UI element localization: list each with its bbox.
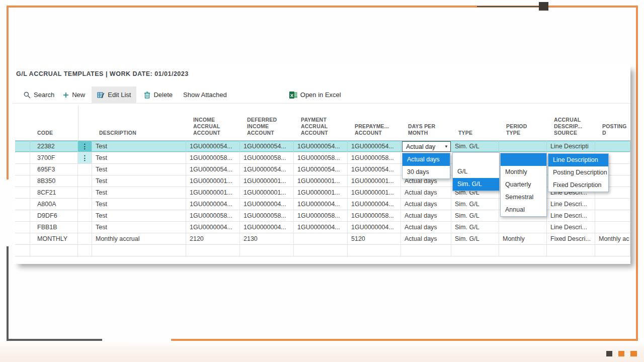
cell-income[interactable]: 1GU0000004... [186, 222, 240, 233]
cell-days[interactable]: Actual days [401, 233, 451, 244]
cell-desc[interactable]: Test [92, 152, 186, 163]
cell-income[interactable]: 1GU0000058... [186, 152, 240, 163]
cell-deferred[interactable]: 1GU0000004... [240, 199, 294, 210]
cell-prepay[interactable]: 1GU0000054... [348, 141, 401, 152]
new-button[interactable]: New [62, 86, 86, 104]
column-header-code[interactable]: CODE [30, 130, 78, 140]
cell-source[interactable]: Line Descri... [547, 210, 595, 221]
dropdown-option[interactable]: Sim. G/L [453, 178, 499, 191]
cell-deferred[interactable]: 1GU0000001... [240, 175, 294, 187]
cell-prepay[interactable] [348, 245, 401, 256]
dropdown-option[interactable]: Posting Description [548, 166, 608, 179]
cell-desc[interactable]: Monthly accrual [92, 233, 186, 244]
row-options-icon[interactable] [78, 233, 92, 244]
cell-type[interactable]: Sim. G/L [451, 233, 499, 244]
cell-payment[interactable]: 1GU0000001... [294, 175, 348, 187]
cell-prepay[interactable]: 1GU0000058... [348, 152, 401, 163]
column-header-deferred[interactable]: DEFERRED INCOME ACCOUNT [240, 117, 294, 140]
cell-period[interactable]: Monthly [499, 233, 547, 244]
cell-payment[interactable]: 1GU0000004... [294, 222, 348, 233]
cell-sel[interactable] [15, 164, 30, 175]
row-options-icon[interactable] [78, 245, 92, 256]
cell-payment[interactable]: 1GU0000058... [294, 152, 348, 163]
cell-period[interactable] [499, 222, 547, 233]
column-header-days[interactable]: DAYS PER MONTH [401, 123, 451, 140]
cell-source[interactable]: Fixed Descri... [547, 233, 595, 244]
cell-type[interactable] [451, 245, 499, 256]
cell-posting[interactable]: Monthly ac [595, 233, 630, 244]
column-header-payment[interactable]: PAYMENT ACCRUAL ACCOUNT [294, 117, 348, 140]
cell-days[interactable]: Actual days [401, 187, 451, 198]
cell-payment[interactable]: 1GU0000004... [294, 199, 348, 210]
cell-income[interactable]: 1GU0000004... [186, 199, 240, 210]
cell-prepay[interactable]: 1GU0000004... [348, 222, 401, 233]
cell-prepay[interactable]: 1GU0000054... [348, 164, 401, 175]
table-row[interactable]: 22382⋮Test1GU0000054...1GU0000054...1GU0… [15, 141, 630, 152]
cell-sel[interactable] [15, 210, 30, 221]
cell-code[interactable]: FBB1B [30, 222, 78, 233]
row-options-icon[interactable]: ⋮ [78, 141, 92, 152]
cell-code[interactable]: 8B350 [30, 175, 78, 187]
cell-deferred[interactable] [240, 245, 294, 256]
cell-payment[interactable]: 1GU0000058... [294, 210, 348, 221]
cell-desc[interactable]: Test [92, 222, 186, 233]
row-options-icon[interactable] [78, 210, 92, 221]
cell-income[interactable]: 1GU0000001... [186, 187, 240, 198]
cell-type[interactable]: Sim. G/L [451, 222, 499, 233]
cell-desc[interactable]: Test [92, 199, 186, 210]
dropdown-option[interactable]: Line Description [548, 154, 608, 166]
edit-list-button[interactable]: Edit List [92, 86, 136, 104]
cell-sel[interactable] [15, 233, 30, 244]
dropdown-option[interactable]: Monthly [501, 166, 546, 178]
dropdown-option[interactable]: Quarterly [501, 178, 546, 191]
cell-income[interactable]: 1GU0000058... [186, 210, 240, 221]
table-row[interactable]: MONTHLYMonthly accrual212021305120Actual… [15, 233, 630, 245]
cell-sel[interactable] [15, 141, 30, 152]
dropdown-option[interactable] [453, 153, 499, 165]
cell-payment[interactable] [294, 233, 348, 244]
cell-payment[interactable]: 1GU0000054... [294, 164, 348, 175]
cell-code[interactable]: MONTHLY [30, 233, 78, 244]
dropdown-option[interactable]: Annual [501, 204, 546, 216]
cell-desc[interactable]: Test [92, 164, 186, 175]
cell-desc[interactable]: Test [92, 175, 186, 187]
row-options-icon[interactable] [78, 222, 92, 233]
column-header-prepay[interactable]: PREPAYME... ACCOUNT [348, 123, 401, 140]
cell-days[interactable] [401, 245, 451, 256]
cell-code[interactable]: 22382 [30, 141, 78, 152]
cell-type[interactable]: Sim. G/L [451, 141, 499, 152]
cell-income[interactable]: 2120 [186, 233, 240, 244]
show-attached-button[interactable]: Show Attached [182, 86, 228, 104]
cell-income[interactable]: 1GU0000054... [186, 164, 240, 175]
row-options-icon[interactable]: ⋮ [78, 152, 92, 163]
cell-prepay[interactable]: 1GU0000001... [348, 175, 401, 187]
cell-income[interactable]: 1GU0000001... [186, 175, 240, 187]
cell-deferred[interactable]: 1GU0000004... [240, 222, 294, 233]
column-header-type[interactable]: TYPE [451, 130, 499, 140]
cell-days[interactable]: Actual days [401, 222, 451, 233]
dropdown-option[interactable] [501, 153, 546, 166]
cell-payment[interactable] [294, 245, 348, 256]
column-header-posting[interactable]: POSTING D [595, 123, 630, 140]
cell-prepay[interactable]: 1GU0000058... [348, 210, 401, 221]
cell-sel[interactable] [15, 222, 30, 233]
cell-code[interactable]: D9DF6 [30, 210, 78, 221]
row-options-icon[interactable] [78, 175, 92, 187]
cell-code[interactable]: 8CF21 [30, 187, 78, 198]
cell-period[interactable] [499, 245, 547, 256]
cell-sel[interactable] [15, 175, 30, 187]
column-header-source[interactable]: ACCRUAL DESCRIP... SOURCE [547, 117, 595, 140]
cell-income[interactable] [186, 245, 240, 256]
days-per-month-combobox[interactable]: Actual day ▼ [402, 141, 451, 152]
cell-desc[interactable]: Test [92, 210, 186, 221]
cell-posting[interactable] [595, 245, 630, 256]
cell-deferred[interactable]: 2130 [240, 233, 294, 244]
cell-deferred[interactable]: 1GU0000054... [240, 164, 294, 175]
column-header-desc[interactable]: DESCRIPTION [92, 130, 186, 140]
cell-desc[interactable]: Test [92, 187, 186, 198]
cell-prepay[interactable]: 5120 [348, 233, 401, 244]
cell-prepay[interactable]: 1GU0000001... [348, 187, 401, 198]
dropdown-option[interactable]: 30 days [403, 166, 450, 178]
column-header-period[interactable]: PERIOD TYPE [499, 123, 547, 140]
table-row[interactable] [15, 245, 630, 256]
